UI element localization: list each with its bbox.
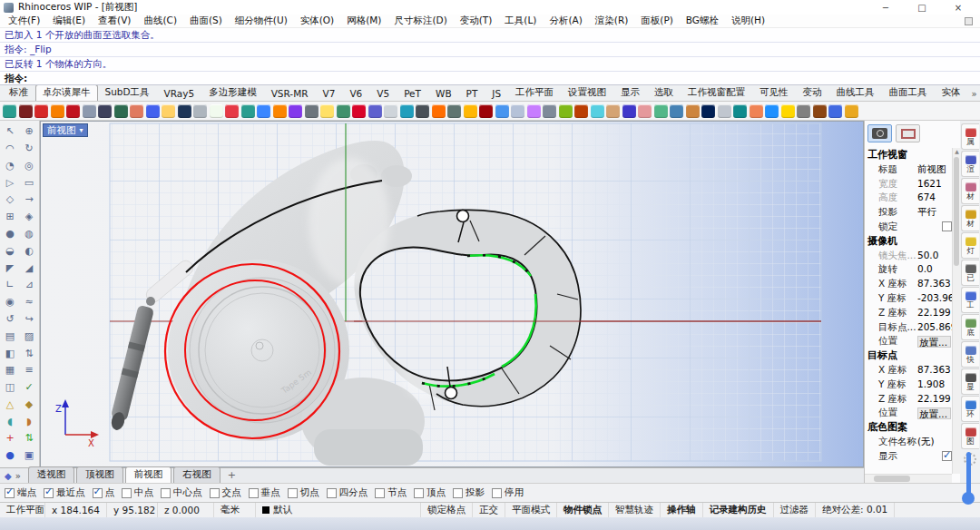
- workspace-tab[interactable]: V5: [369, 86, 397, 101]
- viewport-tab-overflow-icon[interactable]: »: [15, 471, 21, 481]
- status-segment[interactable]: 工作平面: [0, 503, 45, 517]
- sidebar-tool-icon[interactable]: ≈: [21, 294, 38, 309]
- viewport-properties-button[interactable]: [867, 124, 892, 142]
- property-value[interactable]: 22.199: [917, 306, 952, 320]
- sidebar-tool-icon[interactable]: ◖: [2, 414, 19, 429]
- checkbox-icon[interactable]: [44, 488, 54, 498]
- property-value[interactable]: 1621: [917, 177, 952, 191]
- menu-item[interactable]: 查看(V): [92, 15, 137, 27]
- osnap-toggle[interactable]: 中心点: [161, 486, 202, 499]
- menu-item[interactable]: 变动(T): [454, 15, 499, 27]
- sidebar-tool-icon[interactable]: ◐: [21, 243, 38, 259]
- status-segment[interactable]: z 0.000: [158, 503, 214, 517]
- checkbox-icon[interactable]: [414, 488, 424, 498]
- menu-item[interactable]: 分析(A): [543, 15, 588, 27]
- property-row[interactable]: 高度 674: [865, 191, 952, 205]
- status-segment[interactable]: 平面模式: [505, 503, 557, 517]
- property-value[interactable]: 22.199: [917, 392, 952, 407]
- checkbox-icon[interactable]: [453, 488, 463, 498]
- property-value[interactable]: 87.363: [917, 363, 952, 378]
- checkbox-icon[interactable]: [161, 488, 171, 498]
- property-row[interactable]: 摄像机: [865, 234, 952, 249]
- checkbox-icon[interactable]: [249, 488, 259, 498]
- sidebar-tool-icon[interactable]: ◠: [2, 141, 19, 156]
- property-row[interactable]: 位置 放置...: [865, 334, 952, 348]
- tool-icon[interactable]: [464, 104, 477, 118]
- property-row[interactable]: Y 座标 -203.961: [865, 291, 952, 306]
- viewport-canvas[interactable]: Tape 5m: [41, 122, 864, 467]
- tool-icon[interactable]: [701, 104, 715, 118]
- sidebar-tool-icon[interactable]: ▨: [21, 329, 38, 344]
- panel-tab[interactable]: 环: [961, 396, 979, 422]
- menu-item[interactable]: 面板(P): [634, 15, 680, 27]
- property-value[interactable]: 平行: [917, 205, 952, 220]
- tool-icon[interactable]: [337, 104, 350, 118]
- tool-icon[interactable]: [638, 104, 652, 118]
- checkbox-icon[interactable]: [375, 488, 385, 498]
- osnap-toggle[interactable]: 最近点: [44, 486, 85, 499]
- property-row[interactable]: 宽度 1621: [865, 177, 952, 191]
- tool-icon[interactable]: [447, 104, 461, 118]
- workspace-tab[interactable]: 实体: [935, 85, 968, 101]
- close-button[interactable]: ×: [940, 1, 976, 15]
- property-row[interactable]: 标题 前视图: [865, 162, 952, 177]
- sidebar-tool-icon[interactable]: ◆: [21, 397, 38, 412]
- workspace-tab[interactable]: PT: [459, 86, 485, 101]
- checkbox-icon[interactable]: [210, 488, 220, 498]
- minimize-button[interactable]: −: [867, 1, 904, 15]
- property-row[interactable]: 锁定: [865, 220, 952, 234]
- workspace-tab[interactable]: JS: [485, 86, 508, 101]
- front-viewport[interactable]: Tape 5m: [40, 121, 864, 467]
- sidebar-tool-icon[interactable]: ≡: [21, 362, 38, 378]
- tool-icon[interactable]: [19, 104, 33, 118]
- workspace-tab[interactable]: 多边形建模: [201, 85, 264, 101]
- tool-icon[interactable]: [765, 104, 779, 118]
- property-value[interactable]: (无): [917, 435, 952, 449]
- panel-tab[interactable]: 图: [961, 423, 979, 449]
- sidebar-tool-icon[interactable]: ◒: [2, 243, 19, 259]
- tool-icon[interactable]: [845, 104, 858, 118]
- sidebar-tool-icon[interactable]: +: [2, 430, 19, 446]
- property-row[interactable]: 文件名称 (无): [865, 435, 952, 449]
- tool-icon[interactable]: [432, 104, 446, 118]
- tool-icon[interactable]: [828, 104, 842, 118]
- workspace-tab[interactable]: 工作视窗配置: [681, 85, 752, 101]
- property-row[interactable]: Z 座标 22.199: [865, 306, 952, 320]
- tool-icon[interactable]: [400, 104, 414, 118]
- menu-item[interactable]: 细分物件(U): [229, 15, 294, 27]
- sidebar-tool-icon[interactable]: ↺: [2, 311, 19, 327]
- osnap-toggle[interactable]: 点: [93, 486, 115, 499]
- tool-icon[interactable]: [797, 104, 810, 118]
- osnap-toggle[interactable]: 中点: [122, 486, 153, 499]
- tool-icon[interactable]: [3, 104, 16, 118]
- property-row[interactable]: 显示: [865, 449, 952, 464]
- status-segment[interactable]: 智慧轨迹: [609, 503, 661, 517]
- menu-item[interactable]: 曲线(C): [137, 15, 183, 27]
- workspace-tab[interactable]: 可见性: [752, 85, 796, 101]
- sidebar-tool-icon[interactable]: ⇅: [21, 345, 38, 360]
- workspace-tab[interactable]: PeT: [397, 86, 428, 101]
- osnap-toggle[interactable]: 交点: [210, 486, 241, 499]
- tool-icon[interactable]: [241, 104, 255, 118]
- tool-icon[interactable]: [606, 104, 620, 118]
- menu-item[interactable]: 尺寸标注(D): [387, 15, 453, 27]
- osnap-toggle[interactable]: 垂点: [249, 486, 280, 499]
- property-value[interactable]: 放置...: [917, 336, 951, 348]
- panel-tab[interactable]: 已: [961, 260, 979, 286]
- tool-icon[interactable]: [66, 104, 80, 118]
- tool-icon[interactable]: [416, 104, 429, 118]
- tool-icon[interactable]: [686, 104, 700, 118]
- sidebar-tool-icon[interactable]: ⊿: [21, 277, 38, 292]
- panel-tab[interactable]: 快: [961, 341, 979, 368]
- viewport-title[interactable]: 前视图: [47, 124, 76, 136]
- tool-icon[interactable]: [543, 104, 556, 118]
- restore-button[interactable]: □: [904, 1, 940, 15]
- sidebar-tool-icon[interactable]: ◉: [2, 294, 19, 309]
- property-value[interactable]: 87.363: [917, 277, 952, 291]
- cplane-widget-icon[interactable]: ◆: [5, 471, 12, 481]
- command-prompt[interactable]: 指令:: [0, 72, 980, 85]
- property-row[interactable]: 目标点: [865, 348, 952, 363]
- panel-tab[interactable]: 显: [961, 368, 979, 395]
- sidebar-tool-icon[interactable]: ◤: [2, 260, 19, 275]
- panel-horizontal-scrollbar[interactable]: [865, 474, 952, 483]
